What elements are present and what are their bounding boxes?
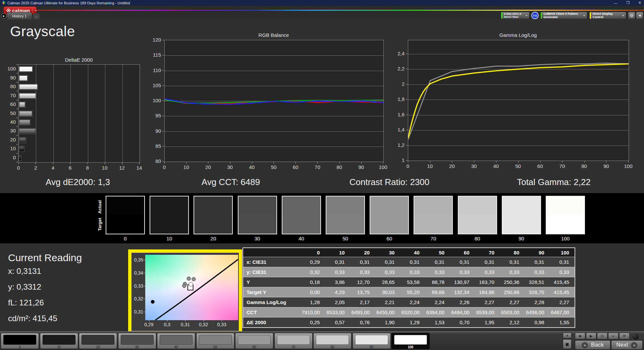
level-button-50[interactable]: 50 — [196, 333, 234, 349]
table-cell: 0,31 — [475, 257, 500, 267]
fullscreen-pattern-button[interactable]: ◼ — [563, 339, 572, 349]
swatch-level-label: 80 — [458, 236, 497, 241]
pattern-window-button[interactable]: ⊡ — [597, 333, 607, 339]
table-cell: 0,33 — [400, 267, 425, 277]
chevron-down-icon[interactable]: ▼ — [33, 8, 37, 13]
level-button-80[interactable]: 80 — [313, 333, 352, 349]
blue-balance-line — [165, 99, 383, 104]
de-x-tick-label: 6 — [64, 165, 76, 171]
level-button-10[interactable]: 10 — [40, 333, 78, 349]
measured-gamma-line — [408, 63, 629, 139]
level-button-100[interactable]: 100 — [391, 333, 430, 349]
deltae-bar — [19, 75, 28, 81]
deltae-bar — [19, 155, 21, 161]
de-y-tick-label: 10 — [1, 145, 16, 151]
rgb-x-tick — [317, 162, 318, 164]
gear-icon[interactable]: ⚙ — [628, 12, 635, 19]
tab-history-1[interactable]: History 1 — [7, 12, 32, 19]
minimize-button[interactable]: — — [614, 1, 618, 5]
table-cell: 0,31 — [525, 257, 549, 267]
swatch-level-label: 30 — [238, 236, 277, 241]
de-x-tick-label: 10 — [99, 165, 110, 171]
gamma-x-tick-label: 100 — [623, 163, 634, 169]
table-cell: 2,28 — [525, 297, 549, 307]
level-button-30[interactable]: 30 — [118, 333, 156, 349]
table-cell: 6503,00 — [500, 307, 525, 317]
play-button[interactable]: ▶ — [586, 333, 596, 339]
level-swatch — [160, 335, 193, 345]
add-tab-button[interactable]: + — [33, 13, 40, 19]
close-button[interactable]: ✕ — [638, 1, 641, 5]
level-button-40[interactable]: 40 — [157, 333, 195, 349]
status-led — [632, 333, 639, 340]
target-row-label: Target — [97, 206, 102, 243]
table-column-header: 80 — [500, 248, 525, 257]
level-button-label: 10 — [40, 345, 78, 349]
de-y-tick — [16, 82, 18, 82]
rgb-y-tick-label: 110 — [146, 67, 161, 73]
cie-y-tick — [144, 273, 145, 273]
table-cell: 6498,00 — [525, 307, 549, 317]
deltae-bar — [19, 128, 36, 134]
gamma-x-tick — [562, 161, 562, 163]
level-button-0[interactable]: 0 — [1, 333, 39, 349]
table-cell: 0,33 — [325, 267, 350, 277]
next-chevron-icon: » — [631, 342, 637, 348]
repeat-button[interactable]: ⟳ — [619, 333, 630, 339]
next-button[interactable]: Next » — [611, 340, 643, 350]
de-x-tick — [122, 163, 122, 164]
table-cell: 0,31 — [500, 257, 525, 267]
collapse-panel-button[interactable]: ◀ — [636, 12, 643, 19]
de-x-tick-label: 0 — [13, 165, 24, 171]
meter-dropdown[interactable]: X-Rite i1Pro 3Direct View ▼ — [501, 12, 530, 19]
table-column-header: 30 — [375, 248, 400, 257]
de-y-tick-label: 50 — [1, 110, 16, 116]
grayscale-swatch-60 — [370, 196, 409, 234]
level-button-70[interactable]: 70 — [274, 333, 313, 349]
level-button-20[interactable]: 20 — [79, 333, 117, 349]
display-control-dropdown[interactable]: Direct Display Control ▼ — [589, 12, 626, 19]
tab-scroll-button[interactable]: ▶ — [1, 13, 7, 19]
cie-x-tick-label: 0,3 — [160, 322, 174, 327]
table-cell: 6394,00 — [425, 307, 450, 317]
table-cell: 0,76 — [350, 317, 375, 327]
header: calman ▼ ▶ History 1 + X-Rite i1Pro 3Dir… — [0, 6, 644, 19]
level-button-90[interactable]: 90 — [353, 333, 391, 349]
de-x-tick — [88, 163, 88, 164]
level-swatch — [199, 335, 232, 345]
reading-x: x: 0,3131 — [8, 267, 41, 276]
pattern-generator-dropdown[interactable]: CalMAN Client 3 Pattern Generator ▼ — [540, 12, 587, 19]
table-cell: 0,25 — [300, 317, 325, 327]
reading-fl: fL: 121,26 — [8, 298, 44, 307]
table-row: Target Y0,004,2913,7530,0355,2089,68132,… — [243, 287, 575, 297]
table-cell: 2,26 — [450, 297, 475, 307]
grayscale-swatch-strip: Actual Target 0102030405060708090100 — [0, 193, 644, 243]
table-cell: 2,27 — [550, 297, 575, 307]
table-cell: 0,33 — [425, 267, 450, 277]
pattern-dropdown-label: CalMAN Client 3 Pattern Generator — [543, 12, 583, 19]
back-button[interactable]: « Back — [575, 340, 610, 350]
cie-y-tick-label: 0,34 — [132, 270, 143, 276]
de-x-tick-label: 4 — [47, 165, 59, 171]
meter-id-badge: 711 — [531, 12, 539, 19]
level-swatch — [316, 335, 349, 345]
table-cell: 1,28 — [300, 297, 325, 307]
maximize-button[interactable]: ❐ — [626, 1, 630, 5]
rgb-x-tick-label: 10 — [180, 164, 192, 170]
scroll-up-button[interactable]: ▲ — [563, 333, 572, 338]
table-cell: 250,36 — [500, 277, 525, 287]
rgb-x-tick — [186, 162, 186, 164]
table-cell: 130,97 — [450, 277, 475, 287]
deltae-bar — [19, 102, 25, 107]
de-x-tick — [53, 163, 53, 164]
deltae-chart — [18, 64, 140, 163]
cie-point-current — [189, 282, 193, 286]
stop-button[interactable]: ■ — [575, 333, 585, 339]
de-y-tick-label: 60 — [1, 101, 16, 107]
level-button-60[interactable]: 60 — [235, 333, 273, 349]
de-y-tick — [16, 153, 18, 154]
rgb-x-tick-label: 40 — [246, 164, 258, 170]
rgb-x-tick-label: 70 — [312, 164, 323, 170]
continuous-button[interactable]: ∞ — [608, 333, 619, 339]
gamma-x-tick — [584, 161, 585, 163]
